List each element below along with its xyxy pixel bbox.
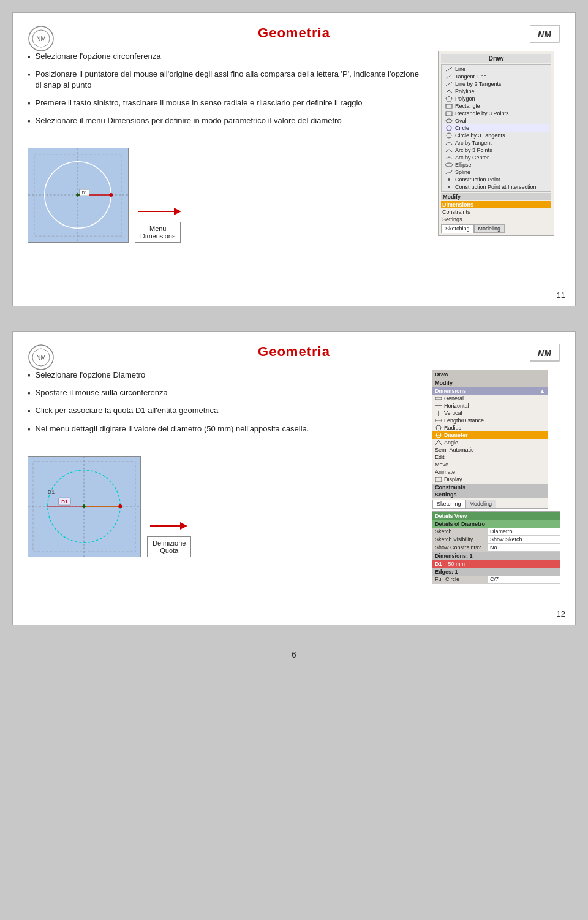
draw-panel: Draw Line Tangent Line — [438, 51, 554, 236]
panel-item-line: Line — [443, 66, 549, 73]
svg-rect-59 — [435, 477, 442, 482]
tab-sketching-1[interactable]: Sketching — [441, 224, 474, 233]
vertical-icon — [435, 410, 442, 416]
panel-item-line2t: Line by 2 Tangents — [443, 80, 549, 88]
details-row-visibility: Sketch Visibility Show Sketch — [432, 536, 560, 544]
horizontal-icon — [435, 403, 442, 409]
panel-item-polygon: Polygon — [443, 95, 549, 102]
dim-item-horizontal[interactable]: Horizontal — [432, 402, 548, 409]
details-value-sketch: Diametro — [488, 528, 560, 535]
d1-label: D1 — [435, 561, 442, 567]
tab-modeling-1[interactable]: Modeling — [474, 224, 505, 233]
sketch-canvas-1: D1 — [28, 148, 129, 243]
details-panel: Details View Details of Diametro Sketch … — [432, 511, 560, 584]
svg-rect-50 — [435, 397, 442, 400]
details-value-visibility: Show Sketch — [488, 536, 560, 543]
menu-dimensions-area: MenuDimensions — [135, 202, 184, 243]
circle-icon — [445, 125, 453, 131]
d1-value: 50 mm — [448, 561, 466, 567]
svg-line-19 — [446, 75, 452, 78]
logo-left: NM — [28, 25, 55, 52]
arc-center-icon — [445, 154, 453, 161]
dimensions-section-header: Dimensions ▲ — [432, 387, 548, 395]
definizione-quota-label: DefinizioneQuota — [147, 536, 191, 557]
dim-item-animate[interactable]: Animate — [432, 468, 548, 476]
svg-point-27 — [445, 163, 453, 167]
bullet-1-2: Posizionare il puntatore del mouse all'o… — [28, 69, 426, 91]
svg-point-26 — [447, 133, 451, 138]
tab-sketching-2[interactable]: Sketching — [432, 500, 466, 508]
dim-item-general[interactable]: General — [432, 395, 548, 402]
slide-1-content: Selezionare l'opzione circonferenza Posi… — [28, 51, 560, 243]
panel-item-rect3p: Rectangle by 3 Points — [443, 110, 549, 117]
page-number: 6 — [12, 650, 576, 660]
dim-item-semi-auto[interactable]: Semi-Automatic — [432, 446, 548, 454]
svg-point-45 — [118, 504, 122, 508]
tab-modeling-2[interactable]: Modeling — [466, 500, 497, 508]
sketch-canvas-2: D1 D1 — [28, 456, 141, 557]
slide-2-title: Geometria — [28, 344, 560, 360]
svg-point-56 — [436, 425, 441, 430]
svg-point-12 — [109, 193, 113, 197]
slide-2: NM Geometria NM Selezionare l'opzione Di… — [12, 331, 576, 625]
details-label-visibility: Sketch Visibility — [432, 536, 488, 543]
panel-item-dimensions[interactable]: Dimensions — [441, 201, 551, 208]
panel-item-spline: Spline — [443, 169, 549, 176]
svg-point-29 — [448, 186, 450, 188]
panel-tabs-2: Sketching Modeling — [432, 500, 548, 508]
slide-1-number: 11 — [557, 291, 565, 300]
general-icon — [435, 395, 442, 401]
panel-item-tangent-line: Tangent Line — [443, 73, 549, 80]
dimensions-main-panel: Draw Modify Dimensions ▲ General — [432, 370, 548, 509]
display-icon — [435, 476, 442, 482]
bullet-2-4: Nel menu dettagli digirare il valore del… — [28, 424, 420, 435]
line-2t-icon — [445, 81, 453, 87]
dim-item-move[interactable]: Move — [432, 461, 548, 468]
line-icon — [445, 66, 453, 72]
details-value-constraints: No — [488, 544, 560, 551]
dim-item-display[interactable]: Display — [432, 476, 548, 483]
edges-section: Edges: 1 — [432, 568, 560, 576]
dim-item-radius[interactable]: Radius — [432, 424, 548, 431]
dim-item-angle[interactable]: Angle — [432, 439, 548, 446]
bullet-2-3: Click per associare la quota D1 all'enti… — [28, 405, 420, 417]
circle-3t-icon — [445, 132, 453, 139]
details-label-sketch: Sketch — [432, 528, 488, 535]
arc-3p-icon — [445, 147, 453, 153]
diameter-icon — [435, 432, 442, 438]
slide-1-header: NM Geometria NM — [28, 25, 560, 41]
svg-point-25 — [447, 126, 451, 131]
d1-row[interactable]: D1 50 mm — [432, 560, 560, 568]
svg-text:D1: D1 — [48, 489, 55, 495]
rect-3p-icon — [445, 110, 453, 116]
constraints-header-2: Constraints — [432, 484, 548, 491]
draw-title-2: Draw — [432, 370, 548, 379]
slide-2-right-panel: Draw Modify Dimensions ▲ General — [432, 370, 560, 584]
dimensions-section-label: Dimensions: 1 — [432, 552, 560, 560]
arc-tangent-icon — [445, 140, 453, 146]
panel-tabs-1: Sketching Modeling — [441, 224, 551, 233]
panel-item-arc3p: Arc by 3 Points — [443, 146, 549, 154]
ellipse-icon — [445, 162, 453, 168]
bullet-2-1: Selezionare l'opzione Diametro — [28, 370, 420, 381]
panel-item-constraints[interactable]: Constraints — [441, 208, 551, 216]
slide-2-left: Selezionare l'opzione Diametro Spostare … — [28, 370, 420, 584]
panel-item-circle3t: Circle by 3 Tangents — [443, 132, 549, 139]
dim-item-vertical[interactable]: Vertical — [432, 409, 548, 417]
panel-item-polyline: Polyline — [443, 88, 549, 95]
slide-2-number: 12 — [557, 609, 565, 618]
menu-dimensions-label: MenuDimensions — [135, 222, 181, 243]
details-label-fullcircle: Full Circle — [432, 576, 488, 583]
bullet-1-1: Selezionare l'opzione circonferenza — [28, 51, 426, 63]
svg-marker-21 — [446, 96, 452, 101]
bullet-1-3: Premere il tasto sinistro, trascinare il… — [28, 97, 426, 109]
dim-item-diameter[interactable]: Diameter — [432, 431, 548, 439]
dim-item-edit[interactable]: Edit — [432, 454, 548, 461]
panel-item-circle: Circle — [443, 124, 549, 132]
details-row-fullcircle: Full Circle C/7 — [432, 576, 560, 584]
polygon-icon — [445, 96, 453, 102]
dim-item-length[interactable]: Length/Distance — [432, 417, 548, 424]
spline-icon — [445, 169, 453, 175]
panel-item-settings[interactable]: Settings — [441, 216, 551, 223]
svg-point-24 — [446, 119, 452, 123]
